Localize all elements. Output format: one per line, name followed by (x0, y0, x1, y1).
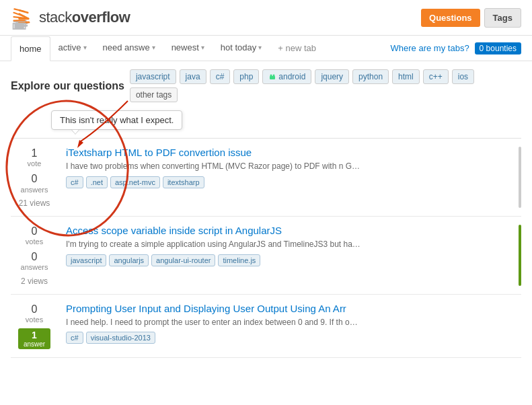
tab-need-answer[interactable]: need answe ▾ (95, 36, 163, 61)
list-item[interactable]: angular-ui-router (151, 254, 215, 266)
list-item[interactable]: c# (66, 176, 83, 188)
tab-newest-caret: ▾ (201, 44, 204, 51)
question-content-1: iTextsharp HTML to PDF convertion issue … (66, 147, 521, 188)
list-item[interactable]: itextsharp (163, 176, 204, 188)
answer-accent-2 (519, 225, 521, 286)
question-stats-2: 0 votes 0 answers 2 views (11, 225, 58, 286)
tag-php[interactable]: php (233, 69, 259, 84)
so-logo-icon (11, 5, 35, 30)
question-stats-3: 0 votes 1 answer (11, 303, 58, 349)
answer-count-2: 0 (32, 250, 38, 263)
svg-rect-11 (14, 24, 24, 29)
svg-line-14 (14, 17, 25, 18)
svg-point-18 (273, 75, 275, 77)
tab-active-caret: ▾ (83, 44, 87, 51)
answer-badge-3: 1 answer (18, 328, 50, 349)
list-item[interactable]: asp.net-mvc (110, 176, 160, 188)
tabs-right: Where are my tabs? 0 bounties (391, 42, 521, 54)
tag-jquery[interactable]: jquery (315, 69, 349, 84)
svg-point-17 (270, 75, 272, 77)
list-item[interactable]: .net (86, 176, 108, 188)
table-row: 0 votes 1 answer Prompting User Input an… (11, 295, 521, 358)
tab-home[interactable]: home (11, 36, 50, 61)
where-tabs-link[interactable]: Where are my tabs? (391, 43, 469, 53)
questions-list: 1 vote 0 answers 21 views iTextsharp HTM… (11, 138, 521, 358)
header: stackoverflow Questions Tags (0, 0, 532, 36)
answer-label-2: answers (21, 263, 48, 272)
question-tags-2: javascript angularjs angular-ui-router t… (66, 254, 521, 266)
list-item[interactable]: c# (66, 332, 83, 344)
tag-csharp[interactable]: c# (210, 69, 231, 84)
question-content-2: Access scope variable inside script in A… (66, 225, 521, 266)
question-title-1[interactable]: iTextsharp HTML to PDF convertion issue (66, 147, 521, 158)
votes-block-2: 0 votes (26, 225, 43, 246)
question-title-3[interactable]: Prompting User Input and Displaying User… (66, 303, 521, 314)
question-content-3: Prompting User Input and Displaying User… (66, 303, 521, 344)
question-tags-3: c# visual-studio-2013 (66, 332, 521, 344)
tab-hot-today[interactable]: hot today ▾ (213, 36, 270, 61)
tag-html[interactable]: html (392, 69, 420, 84)
vote-count-3: 0 (32, 303, 38, 316)
tag-python[interactable]: python (352, 69, 389, 84)
logo-text: stackoverflow (39, 9, 130, 26)
annotation-area: This isn't really what I expect. (11, 110, 521, 133)
views-1: 21 views (19, 198, 50, 208)
list-item[interactable]: timeline.js (218, 254, 260, 266)
scroll-indicator-1 (519, 147, 521, 208)
answer-count-1: 0 (32, 172, 38, 185)
bounties-badge[interactable]: 0 bounties (475, 42, 521, 54)
svg-rect-16 (270, 76, 275, 79)
question-excerpt-2: I'm trying to create a simple applicatio… (66, 239, 362, 250)
question-excerpt-1: I have two problems when converting HTML… (66, 161, 362, 172)
logo-area: stackoverflow (11, 5, 130, 30)
tags-button[interactable]: Tags (484, 8, 521, 28)
tab-new[interactable]: + new tab (270, 36, 324, 60)
section-title: Explore our questions (11, 80, 124, 92)
page-wrapper: stackoverflow Questions Tags home active… (0, 0, 532, 366)
votes-block-1: 1 vote (28, 147, 42, 168)
list-item[interactable]: angularjs (109, 254, 149, 266)
tab-active[interactable]: active ▾ (50, 36, 95, 61)
answers-block-1: 0 answers (21, 172, 48, 194)
tag-java[interactable]: java (180, 69, 206, 84)
question-stats-1: 1 vote 0 answers 21 views (11, 147, 58, 208)
vote-label-3: votes (26, 316, 43, 324)
tab-newest[interactable]: newest ▾ (163, 36, 213, 61)
tab-hot-today-caret: ▾ (258, 44, 262, 51)
tag-javascript[interactable]: javascript (130, 69, 176, 84)
top-row: Explore our questions javascript java c#… (11, 69, 521, 102)
content-area: Explore our questions javascript java c#… (0, 61, 532, 366)
tag-filters: javascript java c# php android jquery py… (130, 69, 521, 102)
tag-android[interactable]: android (262, 69, 311, 84)
list-item[interactable]: visual-studio-2013 (86, 332, 155, 344)
android-icon (268, 73, 276, 81)
views-2: 2 views (21, 277, 48, 286)
questions-button[interactable]: Questions (421, 9, 480, 27)
vote-label-1: vote (28, 159, 42, 168)
vote-label-2: votes (26, 237, 43, 246)
annotation-bubble: This isn't really what I expect. (51, 110, 182, 130)
header-buttons: Questions Tags (421, 8, 521, 28)
table-row: 0 votes 0 answers 2 views Access scope v… (11, 217, 521, 295)
svg-rect-9 (13, 21, 26, 22)
tag-ios[interactable]: ios (452, 69, 474, 84)
vote-count-1: 1 (32, 147, 38, 159)
answer-label-1: answers (21, 186, 48, 194)
answers-block-2: 0 answers (21, 250, 48, 272)
tag-other[interactable]: other tags (130, 87, 178, 102)
question-title-2[interactable]: Access scope variable inside script in A… (66, 225, 521, 236)
table-row: 1 vote 0 answers 21 views iTextsharp HTM… (11, 139, 521, 217)
question-excerpt-3: I need help. I need to prompt the user t… (66, 317, 362, 328)
tabs-bar: home active ▾ need answe ▾ newest ▾ hot … (0, 36, 532, 61)
question-tags-1: c# .net asp.net-mvc itextsharp (66, 176, 521, 188)
tab-need-answer-caret: ▾ (152, 44, 155, 51)
tag-cpp[interactable]: c++ (423, 69, 449, 84)
votes-block-3: 0 votes (26, 303, 43, 324)
list-item[interactable]: javascript (66, 254, 106, 266)
vote-count-2: 0 (32, 225, 38, 237)
